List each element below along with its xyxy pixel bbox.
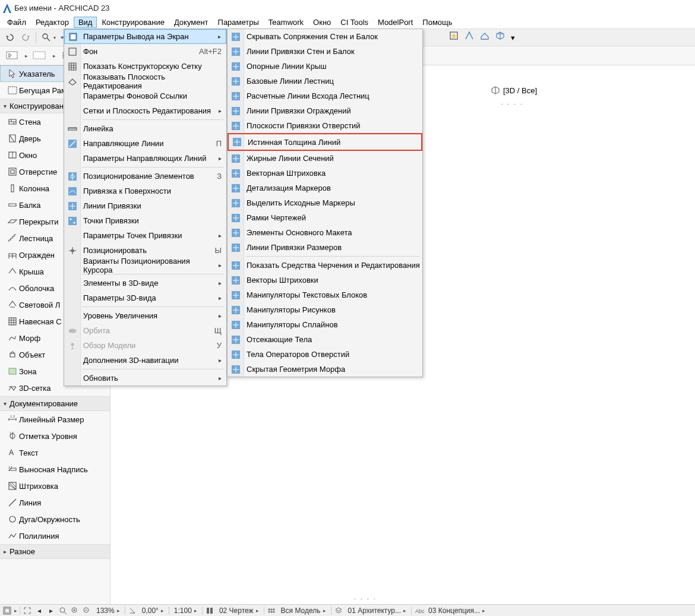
layers-cell[interactable]: 01 Архитектур...▸ [346,606,409,615]
submenu-item[interactable]: Расчетные Линии Всхода Лестниц [228,89,422,103]
submenu-item[interactable]: Детализация Маркеров [228,181,422,195]
submenu-item[interactable]: Истинная Толщина Линий [228,133,422,151]
menu-item[interactable]: Точки Привязки [64,213,226,228]
submenu-item[interactable]: Рамки Чертежей [228,210,422,225]
menu-item[interactable]: Параметры Направляющих Линий▸ [64,151,226,166]
view-tab-3d[interactable]: [3D / Все] [488,85,541,96]
zoom-cell[interactable]: 133%▸ [94,606,122,615]
quickopts-icon[interactable] [2,606,12,615]
texthand-icon [230,289,242,301]
fit-icon[interactable] [23,606,32,615]
menu-teamwork[interactable]: Teamwork [264,17,308,28]
menu-item[interactable]: Сетки и Плоскость Редактирования▸ [64,103,226,118]
menu-item[interactable]: Параметры 3D-вида▸ [64,290,226,305]
menu-citools[interactable]: CI Tools [336,17,373,28]
tool-text[interactable]: AТекст [0,444,110,461]
scale-cell[interactable]: 1:100▸ [172,606,200,615]
submenu-item[interactable]: Выделить Исходные Маркеры [228,195,422,210]
default-button[interactable] [2,48,23,64]
submenu-item[interactable]: Векторная Штриховка [228,166,422,181]
section-misc-header[interactable]: ▸ Разное [0,544,110,559]
submenu-item[interactable]: Манипуляторы Текстовых Блоков [228,288,422,302]
menu-item[interactable]: Уровень Увеличения▸ [64,308,226,323]
submenu-item[interactable]: Показать Средства Черчения и Редактирова… [228,258,422,273]
model-icon[interactable] [267,606,276,615]
submenu-item[interactable]: Базовые Линии Лестниц [228,74,422,89]
model-cell[interactable]: Вся Модель▸ [279,606,328,615]
tool-polyline[interactable]: Полилиния [0,527,110,544]
menu-options[interactable]: Параметры [213,17,264,28]
docset-cell[interactable]: 03 Концепция...▸ [426,606,488,615]
submenu-item[interactable]: Линии Привязки Ограждений [228,103,422,118]
tool-label[interactable]: A1Выносная Надпись [0,461,110,478]
tool-arc[interactable]: Дуга/Окружность [0,511,110,527]
menu-item[interactable]: Параметры Фоновой Ссылки [64,89,226,103]
menu-design[interactable]: Конструирование [97,17,169,28]
undo-button[interactable] [4,31,17,44]
menu-item[interactable]: Показать Конструкторскую Сетку [64,59,226,74]
submenu-item-label: Тела Операторов Отверстий [247,350,349,359]
trace-button[interactable] [465,31,478,44]
menu-file[interactable]: Файл [2,17,31,28]
quickopts-arrow[interactable]: ▸ [14,608,17,614]
menu-item[interactable]: ФонAlt+F2 [64,44,226,59]
menu-item[interactable]: Параметры Вывода на Экран▸ [64,29,226,44]
menu-item[interactable]: ПозиционироватьЫ [64,243,226,258]
scroll-left-icon[interactable]: ◂ [34,606,44,615]
scroll-right-icon[interactable]: ▸ [46,606,56,615]
submenu-item[interactable]: Линии Привязки Стен и Балок [228,44,422,59]
pen-icon[interactable] [205,606,214,615]
zoomout-icon[interactable] [82,606,91,615]
menu-modelport[interactable]: ModelPort [373,17,418,28]
menu-item[interactable]: Дополнения 3D-навигации▸ [64,353,226,368]
redo-button[interactable] [19,31,32,44]
favorites-button[interactable] [449,31,462,44]
zoomfit-icon[interactable] [58,606,68,615]
zoomin-icon[interactable] [70,606,80,615]
menu-item[interactable]: Позиционирование ЭлементовЗ [64,169,226,184]
submenu-item[interactable]: Манипуляторы Рисунков [228,302,422,317]
angle-cell[interactable]: 0,00°▸ [140,606,166,615]
menu-item[interactable]: Варианты Позиционирования Курсора▸ [64,258,226,273]
view-cell[interactable]: 02 Чертеж▸ [217,606,261,615]
menu-item[interactable]: Элементы в 3D-виде▸ [64,276,226,290]
submenu-item[interactable]: Плоскости Привязки Отверстий [228,118,422,133]
docset-icon[interactable]: Abc [414,606,424,615]
submenu-item[interactable]: Отсекающие Тела [228,332,422,347]
3d-dropdown-arrow[interactable]: ▾ [511,33,515,42]
section-doc-header[interactable]: ▾ Документирование [0,396,110,411]
menu-view[interactable]: Вид [74,17,97,28]
menu-document[interactable]: Документ [169,17,213,28]
tool-fill[interactable]: Штриховка [0,478,110,494]
submenu-item[interactable]: Элементы Основного Макета [228,225,422,240]
submenu-item[interactable]: Линии Привязки Размеров [228,240,422,255]
menu-item[interactable]: Параметры Точек Привязки▸ [64,228,226,243]
menu-item[interactable]: Привязка к Поверхности [64,184,226,198]
zoom-dropdown-arrow[interactable]: ▾ [53,35,56,40]
menu-item[interactable]: Обновить▸ [64,371,226,386]
layers-icon[interactable] [334,606,343,615]
submenu-item[interactable]: Манипуляторы Сплайнов [228,317,422,332]
menu-window[interactable]: Окно [308,17,336,28]
menu-item[interactable]: Показывать Плоскость Редактирования [64,74,226,89]
3d-button[interactable] [495,31,508,44]
submenu-item[interactable]: Скрывать Сопряжения Стен и Балок [228,29,422,44]
angle-icon[interactable] [128,606,137,615]
menu-item[interactable]: Линии Привязки [64,198,226,213]
tool-line[interactable]: Линия [0,494,110,511]
submenu-item[interactable]: Жирные Линии Сечений [228,151,422,166]
menu-item[interactable]: Линейка [64,121,226,136]
tool-lindim[interactable]: 1.2Линейный Размер [0,411,110,428]
tool-level[interactable]: 1.2Отметка Уровня [0,428,110,444]
submenu-item[interactable]: Опорные Линии Крыш [228,59,422,74]
submenu-item[interactable]: Тела Операторов Отверстий [228,347,422,362]
menu-item[interactable]: Направляющие ЛинииП [64,136,226,151]
menu-help[interactable]: Помощь [418,17,457,28]
submenu-item[interactable]: Векторы Штриховки [228,273,422,288]
renovation-button[interactable] [480,31,493,44]
select-button[interactable] [30,48,50,64]
bg-icon [67,46,78,58]
submenu-item[interactable]: Скрытая Геометрия Морфа [228,362,422,377]
zoom-button[interactable] [40,31,53,44]
menu-edit[interactable]: Редактор [31,17,74,28]
